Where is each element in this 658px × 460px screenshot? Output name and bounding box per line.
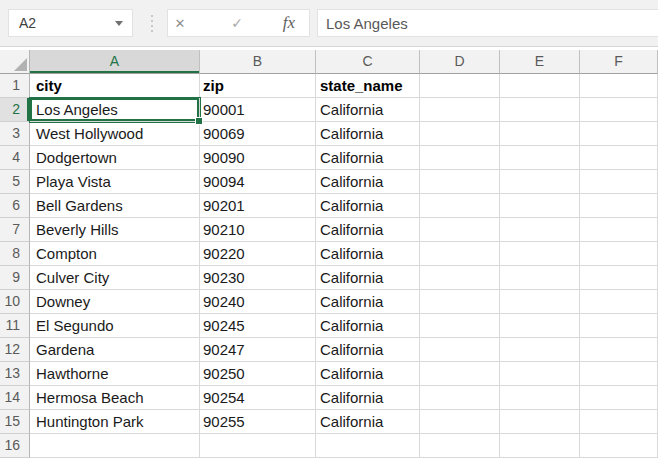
row-header-15[interactable]: 15 [0,410,30,434]
row-header-10[interactable]: 10 [0,290,30,314]
cell-A12[interactable]: Gardena [30,338,200,362]
cell-C14[interactable]: California [316,386,420,410]
cell-C9[interactable]: California [316,266,420,290]
cell-F15[interactable] [580,410,658,434]
cell-E15[interactable] [500,410,580,434]
cell-D10[interactable] [420,290,500,314]
cell-A5[interactable]: Playa Vista [30,170,200,194]
cell-D6[interactable] [420,194,500,218]
row-header-4[interactable]: 4 [0,146,30,170]
cell-C11[interactable]: California [316,314,420,338]
cell-D7[interactable] [420,218,500,242]
cell-A14[interactable]: Hermosa Beach [30,386,200,410]
cell-B8[interactable]: 90220 [200,242,316,266]
row-header-1[interactable]: 1 [0,74,30,98]
row-header-8[interactable]: 8 [0,242,30,266]
row-header-3[interactable]: 3 [0,122,30,146]
cell-F5[interactable] [580,170,658,194]
cell-F2[interactable] [580,98,658,122]
cell-A3[interactable]: West Hollywood [30,122,200,146]
formula-input[interactable]: Los Angeles [317,9,658,37]
cell-F13[interactable] [580,362,658,386]
insert-function-icon[interactable]: fx [277,13,301,33]
cell-A8[interactable]: Compton [30,242,200,266]
cell-A15[interactable]: Huntington Park [30,410,200,434]
cell-C3[interactable]: California [316,122,420,146]
cell-D4[interactable] [420,146,500,170]
cell-D14[interactable] [420,386,500,410]
cell-B1[interactable]: zip [200,74,316,98]
cell-C1[interactable]: state_name [316,74,420,98]
cell-C7[interactable]: California [316,218,420,242]
cell-E3[interactable] [500,122,580,146]
cell-D1[interactable] [420,74,500,98]
cell-F8[interactable] [580,242,658,266]
row-header-13[interactable]: 13 [0,362,30,386]
cell-A16[interactable] [30,434,200,458]
select-all-button[interactable] [0,50,30,74]
cell-B4[interactable]: 90090 [200,146,316,170]
column-header-F[interactable]: F [580,50,658,74]
cell-B9[interactable]: 90230 [200,266,316,290]
cell-F4[interactable] [580,146,658,170]
cell-F6[interactable] [580,194,658,218]
cell-E5[interactable] [500,170,580,194]
cell-A11[interactable]: El Segundo [30,314,200,338]
cell-C16[interactable] [316,434,420,458]
row-header-14[interactable]: 14 [0,386,30,410]
cell-A6[interactable]: Bell Gardens [30,194,200,218]
cell-E14[interactable] [500,386,580,410]
cell-B6[interactable]: 90201 [200,194,316,218]
cell-C2[interactable]: California [316,98,420,122]
cell-A1[interactable]: city [30,74,200,98]
cell-D3[interactable] [420,122,500,146]
column-header-C[interactable]: C [316,50,420,74]
row-header-9[interactable]: 9 [0,266,30,290]
row-header-12[interactable]: 12 [0,338,30,362]
cell-D16[interactable] [420,434,500,458]
cell-F16[interactable] [580,434,658,458]
column-header-A[interactable]: A [30,50,200,74]
column-header-B[interactable]: B [200,50,316,74]
cell-C15[interactable]: California [316,410,420,434]
cell-D5[interactable] [420,170,500,194]
cell-E16[interactable] [500,434,580,458]
name-box-dropdown-arrow[interactable] [115,21,123,26]
cell-A2[interactable]: Los Angeles [30,98,200,122]
cell-D11[interactable] [420,314,500,338]
cell-C5[interactable]: California [316,170,420,194]
cell-E4[interactable] [500,146,580,170]
cell-B5[interactable]: 90094 [200,170,316,194]
cell-B16[interactable] [200,434,316,458]
cell-A4[interactable]: Dodgertown [30,146,200,170]
cell-F10[interactable] [580,290,658,314]
cell-F3[interactable] [580,122,658,146]
cell-C4[interactable]: California [316,146,420,170]
cell-A9[interactable]: Culver City [30,266,200,290]
cell-B13[interactable]: 90250 [200,362,316,386]
cell-F7[interactable] [580,218,658,242]
row-header-7[interactable]: 7 [0,218,30,242]
cell-E6[interactable] [500,194,580,218]
cell-E9[interactable] [500,266,580,290]
cell-F9[interactable] [580,266,658,290]
cell-E10[interactable] [500,290,580,314]
cell-D2[interactable] [420,98,500,122]
cell-B10[interactable]: 90240 [200,290,316,314]
cell-E12[interactable] [500,338,580,362]
cell-F11[interactable] [580,314,658,338]
cell-C6[interactable]: California [316,194,420,218]
cell-D13[interactable] [420,362,500,386]
cell-A13[interactable]: Hawthorne [30,362,200,386]
cell-C12[interactable]: California [316,338,420,362]
column-header-E[interactable]: E [500,50,580,74]
cell-B2[interactable]: 90001 [200,98,316,122]
row-header-6[interactable]: 6 [0,194,30,218]
cell-B7[interactable]: 90210 [200,218,316,242]
cell-D15[interactable] [420,410,500,434]
name-box[interactable]: A2 [8,9,133,37]
cell-E2[interactable] [500,98,580,122]
cell-B12[interactable]: 90247 [200,338,316,362]
cell-F12[interactable] [580,338,658,362]
cell-B11[interactable]: 90245 [200,314,316,338]
